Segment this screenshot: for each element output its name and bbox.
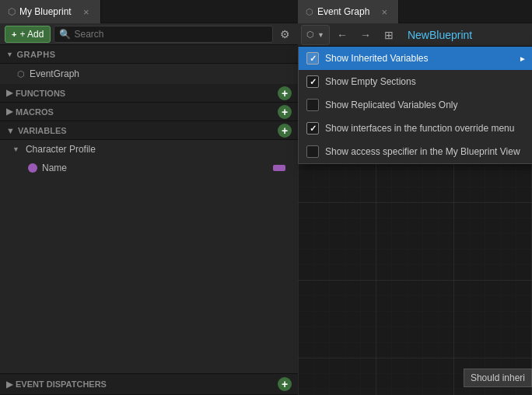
functions-plus[interactable]: + [278, 86, 292, 100]
macros-label: MACROS [16, 107, 54, 117]
checkbox-3 [306, 122, 319, 135]
name-var-color [273, 165, 285, 171]
blueprint-name-label: NewBlueprint [408, 29, 472, 41]
checkbox-4 [306, 145, 319, 158]
dropdown-item-2-label: Show Replicated Variables Only [325, 100, 458, 110]
dropdown-item-0[interactable]: Show Inherited Variables ► [299, 47, 532, 70]
dropdown-item-4-label: Show access specifier in the My Blueprin… [325, 146, 520, 157]
tooltip: Should inheri [464, 369, 532, 387]
view-dropdown-arrow: ▼ [317, 31, 324, 39]
checkbox-0 [306, 52, 319, 65]
graphs-arrow: ▼ [6, 51, 13, 58]
character-profile-label: Character Profile [26, 144, 96, 155]
variables-label: VARIABLES [18, 126, 67, 135]
my-blueprint-tab-close[interactable]: × [80, 5, 93, 18]
event-dispatchers-section[interactable]: ▶ EVENT DISPATCHERS + [0, 373, 298, 395]
view-dropdown-icon: ⬡ [306, 30, 314, 40]
checkbox-2 [306, 99, 319, 111]
add-button[interactable]: + + Add [5, 26, 51, 43]
event-dispatchers-label: EVENT DISPATCHERS [16, 379, 107, 389]
event-graph-item[interactable]: ⬡ EventGraph [0, 64, 298, 84]
my-blueprint-tab-label: My Blueprint [19, 6, 72, 17]
dropdown-item-1[interactable]: Show Empty Sections [299, 70, 532, 93]
event-graph-item-label: EventGraph [30, 68, 79, 79]
dropdown-item-3[interactable]: Show interfaces in the function override… [299, 117, 532, 140]
event-graph-item-icon: ⬡ [17, 69, 25, 79]
checkbox-1 [306, 75, 319, 88]
graphs-label: GRAPHS [16, 50, 55, 59]
variables-section[interactable]: ▼ VARIABLES + [0, 121, 298, 140]
focus-icon: ⊞ [384, 29, 394, 41]
character-profile-group: ▼ Character Profile Name [0, 140, 298, 177]
functions-label: FUNCTIONS [16, 89, 65, 98]
event-dispatchers-plus[interactable]: + [278, 377, 292, 391]
event-graph-tab-label: Event Graph [317, 6, 369, 17]
right-toolbar: ⬡ ▼ ← → ⊞ NewBlueprint [298, 23, 532, 47]
search-box[interactable]: 🔍 [54, 26, 273, 43]
graphs-section[interactable]: ▼ GRAPHS [0, 45, 298, 64]
name-variable-item[interactable]: Name [6, 159, 298, 177]
add-icon: + [12, 30, 16, 39]
back-button[interactable]: ← [331, 25, 353, 45]
search-input[interactable] [74, 29, 268, 40]
dropdown-item-3-label: Show interfaces in the function override… [325, 123, 514, 134]
macros-plus[interactable]: + [278, 105, 292, 119]
name-var-icon [28, 163, 37, 173]
functions-section[interactable]: ▶ FUNCTIONS + [0, 84, 298, 103]
forward-button[interactable]: → [355, 25, 376, 45]
search-icon: 🔍 [59, 29, 71, 40]
event-graph-tab[interactable]: ⬡ Event Graph × [298, 0, 399, 23]
event-dispatchers-arrow: ▶ [6, 379, 12, 390]
character-arrow: ▼ [12, 145, 19, 153]
tooltip-text: Should inheri [471, 372, 525, 383]
dropdown-item-4[interactable]: Show access specifier in the My Blueprin… [299, 140, 532, 163]
macros-arrow: ▶ [6, 107, 12, 117]
variables-arrow: ▼ [6, 126, 15, 135]
forward-icon: → [360, 29, 371, 41]
add-label: + Add [19, 29, 44, 40]
left-toolbar: + + Add 🔍 ⚙ [0, 23, 298, 45]
functions-arrow: ▶ [6, 88, 12, 98]
macros-section[interactable]: ▶ MACROS + [0, 103, 298, 121]
name-var-label: Name [42, 163, 67, 173]
variables-plus[interactable]: + [278, 124, 292, 138]
right-panel: ⬡ ▼ ← → ⊞ NewBlueprint Show Inherited Va… [298, 23, 532, 395]
event-graph-tab-close[interactable]: × [378, 5, 390, 18]
focus-button[interactable]: ⊞ [378, 25, 400, 45]
character-profile-header[interactable]: ▼ Character Profile [6, 140, 298, 159]
gear-button[interactable]: ⚙ [276, 26, 293, 43]
event-graph-tab-icon: ⬡ [306, 7, 313, 17]
view-dropdown[interactable]: ⬡ ▼ [301, 25, 330, 45]
back-icon: ← [337, 29, 348, 41]
my-blueprint-tab[interactable]: ⬡ My Blueprint × [0, 0, 101, 23]
gear-icon: ⚙ [280, 28, 290, 40]
blueprint-tab-icon: ⬡ [8, 6, 16, 17]
dropdown-item-2[interactable]: Show Replicated Variables Only [299, 93, 532, 117]
left-panel: + + Add 🔍 ⚙ ▼ GRAPHS ⬡ EventGraph ▶ FUNC… [0, 23, 298, 395]
settings-dropdown: Show Inherited Variables ► Show Empty Se… [298, 47, 532, 164]
dropdown-item-1-label: Show Empty Sections [325, 76, 416, 87]
cursor-indicator: ► [519, 54, 527, 63]
dropdown-item-0-label: Show Inherited Variables [325, 53, 429, 64]
